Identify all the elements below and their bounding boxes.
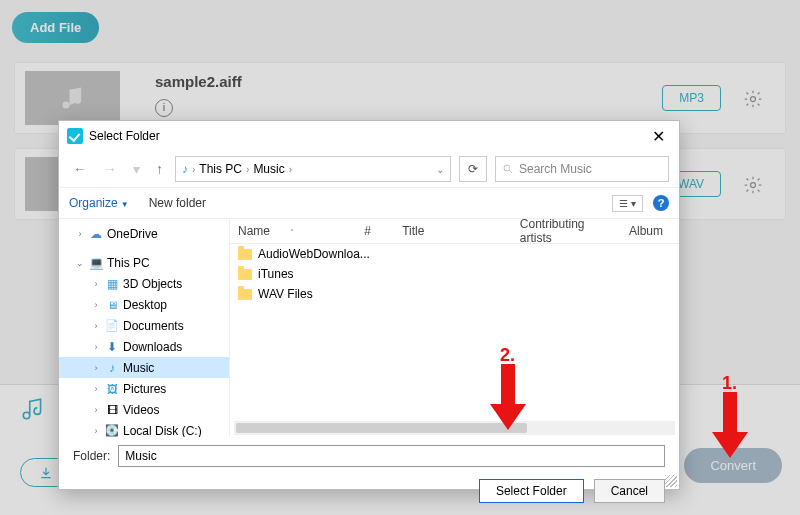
folder-tree[interactable]: ›OneDrive ⌄This PC ›3D Objects ›Desktop … [59, 219, 230, 437]
svg-point-2 [504, 165, 510, 171]
folder-label: Folder: [73, 449, 110, 463]
select-folder-dialog: Select Folder ✕ ← → ▾ ↑ ♪ › This PC › Mu… [58, 120, 680, 490]
refresh-icon[interactable]: ⟳ [459, 156, 487, 182]
view-options-button[interactable]: ☰ ▾ [612, 195, 643, 212]
tree-item-localdisk[interactable]: ›Local Disk (C:) [59, 420, 229, 437]
list-item[interactable]: AudioWebDownloa... [230, 244, 679, 264]
select-folder-button[interactable]: Select Folder [479, 479, 584, 503]
col-contributing: Contributing artists [520, 219, 629, 245]
music-note-icon: ♪ [182, 162, 188, 176]
tree-item-downloads[interactable]: ›Downloads [59, 336, 229, 357]
search-input[interactable]: Search Music [495, 156, 669, 182]
folder-icon [238, 249, 252, 260]
cancel-button[interactable]: Cancel [594, 479, 665, 503]
tree-item-3dobjects[interactable]: ›3D Objects [59, 273, 229, 294]
annotation-arrow-2 [490, 364, 526, 434]
file-list[interactable]: Name˄ # Title Contributing artists Album… [230, 219, 679, 437]
resize-grip-icon[interactable] [665, 475, 677, 487]
list-item[interactable]: iTunes [230, 264, 679, 284]
search-icon [502, 163, 514, 175]
tree-item-music[interactable]: ›Music [59, 357, 229, 378]
search-placeholder: Search Music [519, 162, 592, 176]
tree-item-thispc[interactable]: ⌄This PC [59, 252, 229, 273]
breadcrumb-segment[interactable]: This PC [199, 162, 242, 176]
column-headers[interactable]: Name˄ # Title Contributing artists Album [230, 219, 679, 244]
col-title: Title [402, 224, 520, 238]
new-folder-button[interactable]: New folder [149, 196, 206, 210]
breadcrumb[interactable]: ♪ › This PC › Music › ⌄ [175, 156, 451, 182]
chevron-down-icon[interactable]: ⌄ [436, 164, 444, 175]
nav-back-icon[interactable]: ← [69, 159, 91, 179]
col-name: Name˄ [238, 224, 364, 238]
tree-item-videos[interactable]: ›Videos [59, 399, 229, 420]
nav-up-icon[interactable]: ↑ [152, 159, 167, 179]
horizontal-scrollbar[interactable] [234, 421, 675, 435]
tree-item-documents[interactable]: ›Documents [59, 315, 229, 336]
col-number: # [364, 224, 402, 238]
app-logo-icon [67, 128, 83, 144]
nav-recent-icon[interactable]: ▾ [129, 159, 144, 179]
tree-item-onedrive[interactable]: ›OneDrive [59, 223, 229, 244]
annotation-label-2: 2. [500, 345, 515, 366]
list-item[interactable]: WAV Files [230, 284, 679, 304]
annotation-label-1: 1. [722, 373, 737, 394]
folder-icon [238, 289, 252, 300]
help-icon[interactable]: ? [653, 195, 669, 211]
folder-name-input[interactable] [118, 445, 665, 467]
breadcrumb-segment[interactable]: Music [253, 162, 284, 176]
folder-icon [238, 269, 252, 280]
annotation-arrow-1 [712, 392, 748, 462]
nav-forward-icon: → [99, 159, 121, 179]
tree-item-pictures[interactable]: ›Pictures [59, 378, 229, 399]
close-icon[interactable]: ✕ [646, 125, 671, 148]
tree-item-desktop[interactable]: ›Desktop [59, 294, 229, 315]
organize-menu[interactable]: Organize▼ [69, 196, 129, 210]
dialog-title: Select Folder [89, 129, 160, 143]
col-album: Album [629, 224, 679, 238]
